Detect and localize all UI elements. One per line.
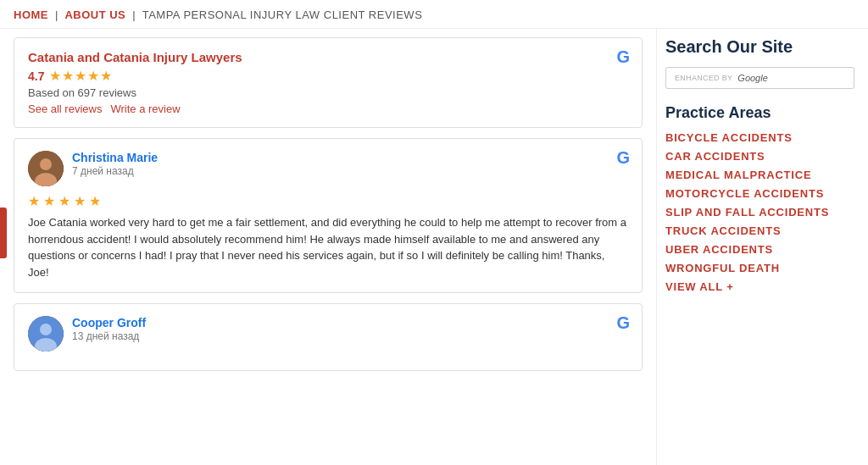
avatar-christina: [28, 151, 64, 186]
practice-link-7[interactable]: WRONGFUL DEATH: [665, 262, 780, 274]
review-text-christina: Joe Catania worked very hard to get me a…: [28, 214, 628, 280]
time-ago-cooper: 13 дней назад: [72, 330, 146, 342]
practice-areas-title: Practice Areas: [665, 104, 854, 122]
practice-link-4[interactable]: SLIP AND FALL ACCIDENTS: [665, 206, 829, 219]
breadcrumb-sep2: |: [132, 8, 135, 21]
practice-link-5[interactable]: TRUCK ACCIDENTS: [665, 224, 781, 237]
r-star-5: ★: [89, 193, 101, 209]
google-icon-christina: G: [616, 149, 630, 166]
time-ago-christina: 7 дней назад: [72, 165, 158, 177]
svg-point-2: [40, 158, 52, 170]
practice-link-3[interactable]: MOTORCYCLE ACCIDENTS: [665, 187, 824, 200]
business-review-card: G Catania and Catania Injury Lawyers 4.7…: [14, 37, 643, 128]
review-links: See all reviews Write a review: [28, 102, 628, 115]
svg-point-5: [40, 324, 52, 335]
practice-list-item: UBER ACCIDENTS: [665, 242, 854, 256]
practice-list-item: WRONGFUL DEATH: [665, 261, 854, 274]
r-star-3: ★: [58, 193, 70, 209]
review-stars-christina: ★ ★ ★ ★ ★: [28, 193, 628, 209]
based-on-text: Based on 697 reviews: [28, 86, 628, 99]
practice-link-8[interactable]: VIEW ALL +: [665, 280, 734, 293]
main-layout: G Catania and Catania Injury Lawyers 4.7…: [0, 29, 868, 465]
breadcrumb-rest: TAMPA PERSONAL INJURY LAW CLIENT REVIEWS: [142, 8, 423, 21]
avatar-cooper: [28, 316, 64, 352]
google-icon-business: G: [616, 48, 630, 65]
stars-display: ★ ★ ★ ★ ★: [49, 68, 112, 84]
r-star-1: ★: [28, 193, 40, 209]
breadcrumb-sep1: |: [55, 8, 58, 21]
practice-link-2[interactable]: MEDICAL MALPRACTICE: [665, 169, 811, 181]
review-card-cooper: G Cooper Groff 13 дней назад: [14, 303, 643, 371]
star-3: ★: [75, 68, 86, 84]
user-name-christina: Christina Marie: [72, 151, 158, 164]
enhanced-by-label: ENHANCED BY: [675, 74, 732, 82]
practice-list-item: CAR ACCIDENTS: [665, 149, 854, 163]
star-5: ★: [100, 68, 112, 84]
review-header-cooper: Cooper Groff 13 дней назад: [28, 316, 628, 352]
content-area: G Catania and Catania Injury Lawyers 4.7…: [0, 29, 656, 465]
business-name: Catania and Catania Injury Lawyers: [28, 50, 628, 64]
practice-link-6[interactable]: UBER ACCIDENTS: [665, 243, 773, 256]
practice-link-0[interactable]: BICYCLE ACCIDENTS: [665, 131, 793, 144]
practice-link-1[interactable]: CAR ACCIDENTS: [665, 150, 765, 163]
google-search-label: Google: [737, 73, 767, 83]
r-star-4: ★: [74, 193, 86, 209]
breadcrumb: HOME | ABOUT US | TAMPA PERSONAL INJURY …: [0, 0, 868, 29]
user-info-cooper: Cooper Groff 13 дней назад: [72, 316, 146, 342]
star-4: ★: [87, 68, 99, 84]
sidebar: Search Our Site ENHANCED BY Google Pract…: [656, 29, 868, 465]
search-box[interactable]: ENHANCED BY Google: [665, 67, 854, 89]
practice-list-item: MOTORCYCLE ACCIDENTS: [665, 186, 854, 200]
practice-list-item: MEDICAL MALPRACTICE: [665, 168, 854, 181]
rating-number: 4.7: [28, 69, 44, 83]
practice-list-item: BICYCLE ACCIDENTS: [665, 130, 854, 144]
write-review-link[interactable]: Write a review: [110, 102, 180, 115]
see-all-reviews-link[interactable]: See all reviews: [28, 102, 102, 115]
search-section-title: Search Our Site: [665, 37, 854, 57]
user-info-christina: Christina Marie 7 дней назад: [72, 151, 158, 177]
review-card-christina: G Christina Marie 7 дней назад: [14, 138, 643, 293]
star-1: ★: [49, 68, 61, 84]
practice-list-item: TRUCK ACCIDENTS: [665, 224, 854, 237]
star-2: ★: [62, 68, 74, 84]
r-star-2: ★: [43, 193, 55, 209]
breadcrumb-home[interactable]: HOME: [14, 8, 48, 21]
review-header-christina: Christina Marie 7 дней назад: [28, 151, 628, 186]
practice-list-item: SLIP AND FALL ACCIDENTS: [665, 205, 854, 219]
practice-areas-list: BICYCLE ACCIDENTSCAR ACCIDENTSMEDICAL MA…: [665, 130, 854, 293]
practice-list-item: VIEW ALL +: [665, 280, 854, 293]
user-name-cooper: Cooper Groff: [72, 316, 146, 329]
google-icon-cooper: G: [616, 314, 630, 331]
rating-row: 4.7 ★ ★ ★ ★ ★: [28, 68, 628, 84]
breadcrumb-about: ABOUT US: [64, 8, 125, 21]
